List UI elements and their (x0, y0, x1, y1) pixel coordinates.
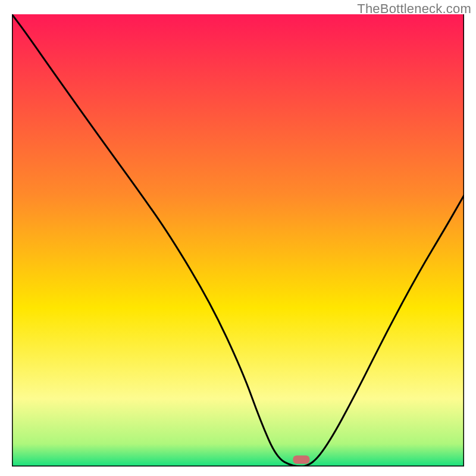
bottleneck-chart (12, 14, 464, 466)
chart-background (12, 14, 464, 466)
optimum-marker (293, 456, 309, 464)
chart-svg (12, 14, 464, 466)
